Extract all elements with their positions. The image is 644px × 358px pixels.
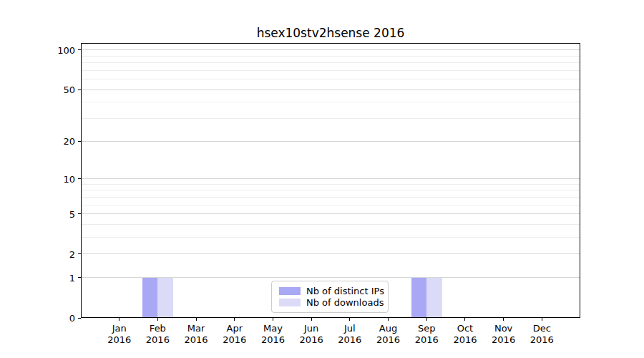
y-gridline-minor bbox=[81, 56, 580, 57]
x-tick-mark bbox=[349, 318, 350, 321]
x-tick-label: Aug 2016 bbox=[367, 323, 410, 346]
y-gridline-minor bbox=[81, 70, 580, 71]
x-tick-mark bbox=[426, 318, 427, 321]
x-tick-label: Oct 2016 bbox=[444, 323, 487, 346]
x-tick-label: Feb 2016 bbox=[136, 323, 179, 346]
legend-label-distinct-ips: Nb of distinct IPs bbox=[306, 286, 384, 296]
x-tick-mark bbox=[196, 318, 197, 321]
bar-distinct-ips bbox=[142, 278, 157, 318]
y-gridline-major bbox=[81, 90, 580, 90]
y-gridline-major bbox=[81, 178, 580, 179]
plot-area bbox=[81, 43, 580, 318]
y-gridline-minor bbox=[81, 79, 580, 79]
x-tick-mark bbox=[119, 318, 119, 321]
y-gridline-minor bbox=[81, 205, 580, 205]
x-tick-label: May 2016 bbox=[251, 323, 294, 346]
x-tick-mark bbox=[311, 318, 312, 321]
y-gridline-major bbox=[81, 141, 580, 142]
y-gridline-major bbox=[81, 49, 580, 50]
y-gridline-minor bbox=[81, 184, 580, 185]
y-tick-label: 100 bbox=[39, 45, 75, 54]
y-gridline-minor bbox=[81, 190, 580, 190]
chart-figure: hsex10stv2hsense 2016 0125102050100Jan 2… bbox=[0, 0, 644, 358]
x-tick-mark bbox=[464, 318, 465, 321]
y-tick-label: 5 bbox=[39, 209, 75, 218]
y-gridline-minor bbox=[81, 224, 580, 225]
x-tick-label: Jul 2016 bbox=[328, 323, 371, 346]
y-tick-label: 10 bbox=[39, 174, 75, 183]
x-tick-label: Dec 2016 bbox=[520, 323, 563, 346]
x-tick-mark bbox=[234, 318, 235, 321]
x-tick-label: Sep 2016 bbox=[405, 323, 448, 346]
y-gridline-minor bbox=[81, 197, 580, 198]
y-gridline-minor bbox=[81, 62, 580, 63]
x-tick-mark bbox=[388, 318, 389, 321]
bar-distinct-ips bbox=[411, 278, 426, 318]
x-tick-label: Jan 2016 bbox=[98, 323, 141, 346]
bar-downloads bbox=[157, 278, 172, 318]
x-tick-mark bbox=[157, 318, 158, 321]
x-tick-label: Nov 2016 bbox=[482, 323, 525, 346]
y-tick-label: 2 bbox=[39, 249, 75, 258]
y-tick-label: 50 bbox=[39, 85, 75, 95]
y-gridline-minor bbox=[81, 102, 580, 102]
x-tick-label: Jun 2016 bbox=[290, 323, 333, 346]
x-tick-mark bbox=[503, 318, 504, 321]
bar-downloads bbox=[426, 278, 441, 318]
y-tick-label: 1 bbox=[39, 273, 75, 282]
x-tick-label: Mar 2016 bbox=[175, 323, 218, 346]
chart-title: hsex10stv2hsense 2016 bbox=[81, 26, 580, 40]
legend-entry-distinct-ips: Nb of distinct IPs bbox=[279, 285, 381, 297]
x-tick-label: Apr 2016 bbox=[213, 323, 256, 346]
y-gridline-major bbox=[81, 253, 580, 254]
y-tick-label: 0 bbox=[39, 314, 75, 323]
y-gridline-minor bbox=[81, 118, 580, 119]
legend: Nb of distinct IPs Nb of downloads bbox=[271, 281, 389, 313]
x-tick-mark bbox=[542, 318, 542, 321]
legend-swatch-downloads bbox=[279, 299, 301, 306]
legend-label-downloads: Nb of downloads bbox=[306, 297, 384, 308]
y-tick-label: 20 bbox=[39, 137, 75, 146]
y-gridline-minor bbox=[81, 237, 580, 238]
x-tick-mark bbox=[273, 318, 273, 321]
legend-swatch-distinct-ips bbox=[279, 287, 301, 295]
y-gridline-major bbox=[81, 213, 580, 214]
legend-entry-downloads: Nb of downloads bbox=[279, 297, 381, 309]
